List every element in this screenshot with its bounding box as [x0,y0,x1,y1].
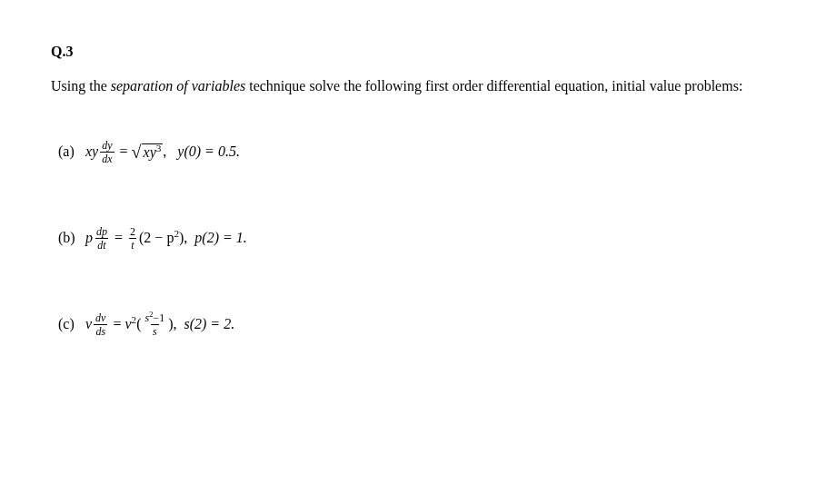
radical-icon: √ [132,146,142,157]
fraction-dy-dx: dy dx [100,140,114,164]
radicand-exp: 3 [156,143,162,153]
coeff-den: t [129,238,135,251]
lhs-var: xy [85,143,98,160]
lhs-var: v [85,316,92,332]
frac-num: dy [100,140,114,152]
v-base: v [124,316,131,331]
prompt-em: separation of variables [111,78,245,94]
problem-a-equation: xy dy dx = √ xy3 , y(0) = 0.5. [85,140,240,164]
frac-den: dt [95,238,107,251]
radicand: xy3 [142,143,164,160]
equals: = [116,143,132,160]
initial-condition: s(2) = 2. [184,316,234,332]
rparen: ), [168,316,184,332]
sqrt: √ xy3 [132,143,164,160]
inner-num-post: −1 [153,311,164,324]
problem-a-label: (a) [58,143,82,160]
problem-a: (a) xy dy dx = √ xy3 , y(0) = 0.5. [51,140,765,164]
question-prompt: Using the separation of variables techni… [51,76,765,96]
problem-b-label: (b) [58,230,82,246]
inner-den: s [151,324,159,337]
inner-num: s2−1 [144,312,167,324]
lhs-var: p [85,230,93,246]
equals: = [109,316,124,332]
problem-c-label: (c) [58,316,82,332]
frac-num: dv [94,312,107,324]
factor-pre: (2 − p [139,230,174,245]
problem-b-equation: p dp dt = 2 t (2 − p2), p(2) = 1. [85,226,247,251]
fraction-inner: s2−1 s [144,312,167,337]
comma: , [163,143,174,160]
radicand-base: xy [144,144,156,160]
problem-b: (b) p dp dt = 2 t (2 − p2), p(2) = 1. [51,226,765,251]
initial-condition: y(0) = 0.5. [174,143,240,160]
prompt-post: technique solve the following first orde… [245,78,742,94]
fraction-dv-ds: dv ds [94,312,107,337]
problem-c-equation: v dv ds = v2 ( s2−1 s ), s(2) = 2. [85,312,234,337]
lparen: ( [136,316,141,332]
frac-den: ds [94,324,107,337]
prompt-pre: Using the [51,78,111,94]
fraction-coeff: 2 t [128,226,137,251]
factor: (2 − p2), [139,230,187,246]
v-term: v2 [124,316,136,332]
question-heading: Q.3 [51,44,765,60]
factor-post: ), [179,230,187,245]
coeff-num: 2 [128,226,137,238]
frac-den: dx [100,152,114,164]
initial-condition: p(2) = 1. [194,230,246,246]
frac-num: dp [95,226,109,238]
equals: = [111,230,126,246]
fraction-dp-dt: dp dt [95,226,109,251]
problem-c: (c) v dv ds = v2 ( s2−1 s ), s(2) = 2. [51,312,765,337]
